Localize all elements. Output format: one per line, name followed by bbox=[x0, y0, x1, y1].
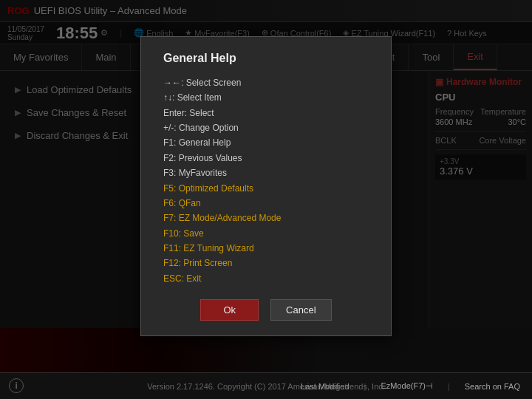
general-help-dialog: General Help →←: Select Screen↑↓: Select… bbox=[140, 36, 392, 336]
separator-2: | bbox=[448, 382, 450, 391]
dialog-line: ↑↓: Select Item bbox=[163, 90, 369, 105]
dialog-line: ESC: Exit bbox=[163, 271, 369, 286]
dialog-line: F1: General Help bbox=[163, 135, 369, 150]
copyright-text: Version 2.17.1246. Copyright (C) 2017 Am… bbox=[147, 382, 385, 391]
dialog-line: →←: Select Screen bbox=[163, 75, 369, 90]
ez-mode-link[interactable]: EzMode(F7)⊣ bbox=[381, 381, 433, 391]
dialog-line: F11: EZ Tuning Wizard bbox=[163, 241, 369, 256]
dialog-title: General Help bbox=[163, 52, 369, 65]
dialog-content: →←: Select Screen↑↓: Select ItemEnter: S… bbox=[163, 75, 369, 286]
overlay-backdrop: General Help →←: Select Screen↑↓: Select… bbox=[0, 0, 532, 372]
search-faq-link[interactable]: Search on FAQ bbox=[465, 382, 520, 391]
ok-button[interactable]: Ok bbox=[200, 299, 259, 321]
bottom-bar: Version 2.17.1246. Copyright (C) 2017 Am… bbox=[0, 372, 532, 399]
dialog-line: F12: Print Screen bbox=[163, 256, 369, 270]
info-button[interactable]: i bbox=[9, 378, 24, 393]
dialog-line: F10: Save bbox=[163, 226, 369, 241]
dialog-line: F3: MyFavorites bbox=[163, 166, 369, 180]
dialog-line: F2: Previous Values bbox=[163, 151, 369, 166]
cancel-button[interactable]: Cancel bbox=[270, 299, 331, 321]
dialog-line: +/-: Change Option bbox=[163, 120, 369, 135]
dialog-line: F5: Optimized Defaults bbox=[163, 181, 369, 196]
dialog-line: F7: EZ Mode/Advanced Mode bbox=[163, 211, 369, 225]
dialog-line: Enter: Select bbox=[163, 106, 369, 120]
dialog-buttons: Ok Cancel bbox=[163, 299, 369, 321]
dialog-line: F6: QFan bbox=[163, 196, 369, 211]
